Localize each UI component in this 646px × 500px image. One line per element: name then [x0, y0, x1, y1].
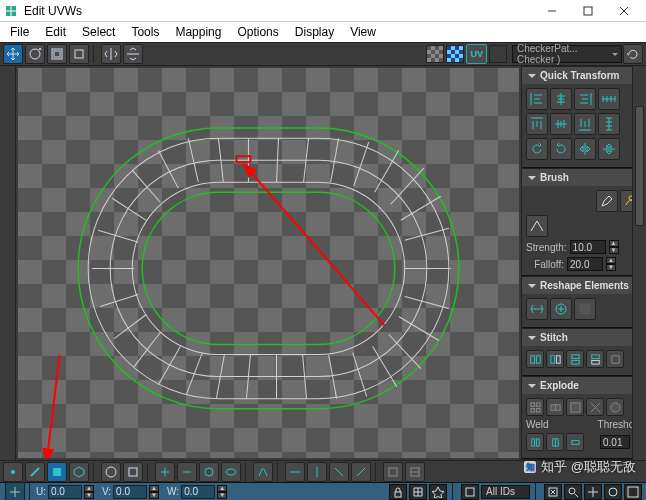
- shrink-sel-button[interactable]: [177, 462, 197, 482]
- refresh-map-button[interactable]: [623, 44, 643, 64]
- fit-icon[interactable]: [624, 484, 642, 500]
- menu-display[interactable]: Display: [287, 23, 342, 41]
- convert-2-button[interactable]: [405, 462, 425, 482]
- falloff-input[interactable]: 20.0: [567, 257, 603, 271]
- explode-2-button[interactable]: [546, 398, 564, 416]
- scale-tool-button[interactable]: [47, 44, 67, 64]
- uv-mode-button[interactable]: UV: [466, 44, 487, 64]
- convert-1-button[interactable]: [383, 462, 403, 482]
- mirror-v-button[interactable]: [123, 44, 143, 64]
- zoom-icon[interactable]: [604, 484, 622, 500]
- menu-view[interactable]: View: [342, 23, 384, 41]
- sel-filter-1-button[interactable]: [285, 462, 305, 482]
- checker-swatch-2[interactable]: [446, 45, 464, 63]
- uv-color-swatch[interactable]: [489, 45, 507, 63]
- stitch-custom-button[interactable]: [606, 350, 624, 368]
- v-spinner[interactable]: ▲▼: [149, 485, 159, 499]
- explode-5-button[interactable]: [606, 398, 624, 416]
- menu-edit[interactable]: Edit: [37, 23, 74, 41]
- menu-select[interactable]: Select: [74, 23, 123, 41]
- explode-4-button[interactable]: [586, 398, 604, 416]
- sub-edge-button[interactable]: [25, 462, 45, 482]
- panel-head-brush[interactable]: Brush: [522, 169, 646, 186]
- paint-brush-button[interactable]: [596, 190, 618, 212]
- flip-h-button[interactable]: [574, 138, 596, 160]
- sidebar-scrollbar[interactable]: [632, 66, 646, 460]
- explode-1-button[interactable]: [526, 398, 544, 416]
- sub-vertex-button[interactable]: [3, 462, 23, 482]
- stitch-4-button[interactable]: [586, 350, 604, 368]
- stitch-2-button[interactable]: [546, 350, 564, 368]
- w-spinner[interactable]: ▲▼: [217, 485, 227, 499]
- space-h-button[interactable]: [598, 88, 620, 110]
- sel-filter-2-button[interactable]: [307, 462, 327, 482]
- lock-icon[interactable]: [389, 484, 407, 500]
- strength-input[interactable]: 10.0: [570, 240, 606, 254]
- lock-transform-button[interactable]: [5, 482, 25, 501]
- w-input[interactable]: 0.0: [181, 485, 215, 499]
- sel-filter-4-button[interactable]: [351, 462, 371, 482]
- uv-viewport[interactable]: [16, 66, 521, 460]
- weld-3-button[interactable]: [566, 433, 584, 451]
- align-right-button[interactable]: [574, 88, 596, 110]
- v-input[interactable]: 0.0: [113, 485, 147, 499]
- paint-sel-button[interactable]: [253, 462, 273, 482]
- rotate-tool-button[interactable]: [25, 44, 45, 64]
- falloff-spinner[interactable]: ▲▼: [606, 257, 616, 271]
- move-tool-button[interactable]: [3, 44, 23, 64]
- loop-sel-button[interactable]: [221, 462, 241, 482]
- align-hcenter-button[interactable]: [550, 88, 572, 110]
- straighten-button[interactable]: [526, 298, 548, 320]
- maximize-button[interactable]: [570, 0, 606, 22]
- weld-2-button[interactable]: [546, 433, 564, 451]
- grow-sel-button[interactable]: [155, 462, 175, 482]
- mirror-h-button[interactable]: [101, 44, 121, 64]
- pixel-snap-icon[interactable]: [429, 484, 447, 500]
- zoom-extents-icon[interactable]: [544, 484, 562, 500]
- align-vcenter-button[interactable]: [550, 113, 572, 135]
- relax-settings-button[interactable]: [574, 298, 596, 320]
- sub-element-button[interactable]: [69, 462, 89, 482]
- pan-icon[interactable]: [584, 484, 602, 500]
- panel-head-quick-transform[interactable]: Quick Transform: [522, 67, 646, 84]
- grid-snap-icon[interactable]: [409, 484, 427, 500]
- u-spinner[interactable]: ▲▼: [84, 485, 94, 499]
- align-top-button[interactable]: [526, 113, 548, 135]
- freeform-tool-button[interactable]: [69, 44, 89, 64]
- menu-mapping[interactable]: Mapping: [167, 23, 229, 41]
- u-input[interactable]: 0.0: [48, 485, 82, 499]
- align-bottom-button[interactable]: [574, 113, 596, 135]
- flip-v-button[interactable]: [598, 138, 620, 160]
- menu-options[interactable]: Options: [229, 23, 286, 41]
- stitch-1-button[interactable]: [526, 350, 544, 368]
- sub-face-button[interactable]: [47, 462, 67, 482]
- panel-head-explode[interactable]: Explode: [522, 377, 646, 394]
- ring-sel-button[interactable]: [199, 462, 219, 482]
- panel-head-stitch[interactable]: Stitch: [522, 329, 646, 346]
- minimize-button[interactable]: [534, 0, 570, 22]
- ids-dropdown[interactable]: All IDs: [481, 485, 530, 499]
- id-filter-icon[interactable]: [461, 484, 479, 500]
- soft-sel-2-button[interactable]: [123, 462, 143, 482]
- checker-swatch-1[interactable]: [426, 45, 444, 63]
- stitch-3-button[interactable]: [566, 350, 584, 368]
- svg-line-17: [354, 142, 369, 186]
- space-v-button[interactable]: [598, 113, 620, 135]
- menu-file[interactable]: File: [2, 23, 37, 41]
- checker-map-dropdown[interactable]: CheckerPat... Checker ): [512, 45, 622, 63]
- brush-falloff-icon[interactable]: [526, 215, 548, 237]
- weld-1-button[interactable]: [526, 433, 544, 451]
- strength-spinner[interactable]: ▲▼: [609, 240, 619, 254]
- rotate-ccw-button[interactable]: [526, 138, 548, 160]
- panel-head-reshape[interactable]: Reshape Elements: [522, 277, 646, 294]
- soft-sel-button[interactable]: [101, 462, 121, 482]
- explode-3-button[interactable]: [566, 398, 584, 416]
- relax-button[interactable]: [550, 298, 572, 320]
- close-button[interactable]: [606, 0, 642, 22]
- menu-tools[interactable]: Tools: [123, 23, 167, 41]
- align-left-button[interactable]: [526, 88, 548, 110]
- rotate-cw-button[interactable]: [550, 138, 572, 160]
- threshold-input[interactable]: 0.01: [600, 435, 630, 449]
- sel-filter-3-button[interactable]: [329, 462, 349, 482]
- zoom-region-icon[interactable]: [564, 484, 582, 500]
